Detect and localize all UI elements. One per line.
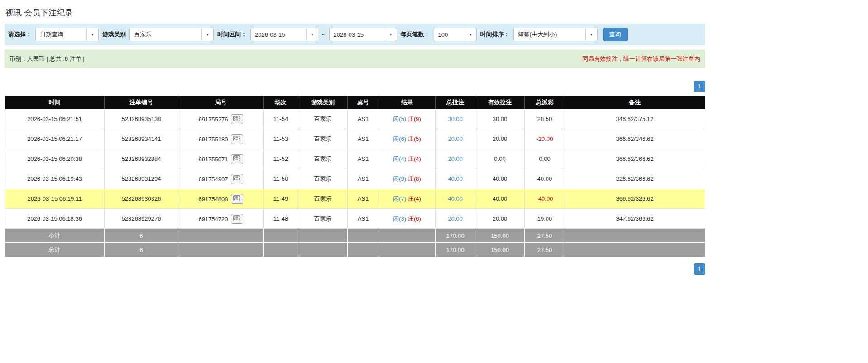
table-no-cell: AS1 xyxy=(348,109,379,129)
bet-id-cell: 523268930326 xyxy=(105,189,178,209)
game-type-cell: 百家乐 xyxy=(298,209,348,229)
total-bet-link[interactable]: 20.00 xyxy=(448,215,463,222)
column-header-session: 场次 xyxy=(264,96,298,109)
date-from-select[interactable]: 2026-03-15 ▼ xyxy=(250,28,318,41)
video-icon-button[interactable] xyxy=(231,114,243,124)
query-type-select[interactable]: 日期查询 ▼ xyxy=(35,28,99,41)
round-cell: 691755071 xyxy=(178,149,264,169)
time-range-label: 时间区间： xyxy=(217,30,247,39)
round-number: 691754907 xyxy=(198,175,228,182)
player-result: 闲(7) xyxy=(393,195,406,202)
page-title: 视讯 会员下注纪录 xyxy=(5,0,705,24)
banker-result: 庄(5) xyxy=(408,136,421,142)
total-bet-link[interactable]: 20.00 xyxy=(448,136,463,142)
payout-cell: -20.00 xyxy=(525,129,565,149)
column-header-note: 备注 xyxy=(565,96,705,109)
total-bet-cell: 40.00 xyxy=(436,189,475,209)
total-bet-cell: 20.00 xyxy=(436,149,475,169)
total-count: 6 xyxy=(105,243,178,257)
total-bet-link[interactable]: 40.00 xyxy=(448,175,463,182)
video-icon-button[interactable] xyxy=(231,154,243,164)
payout-cell: 40.00 xyxy=(525,169,565,189)
payout-cell: 19.00 xyxy=(525,209,565,229)
total-bet-link[interactable]: 20.00 xyxy=(448,155,463,162)
chevron-down-icon[interactable]: ▼ xyxy=(585,28,597,41)
round-cell: 691755276 xyxy=(178,109,264,129)
sort-order-label: 时间排序： xyxy=(480,30,510,39)
round-number: 691754808 xyxy=(198,195,228,202)
valid-bet-cell: 30.00 xyxy=(475,109,525,129)
round-cell: 691755180 xyxy=(178,129,264,149)
page-size-label: 每页笔数： xyxy=(401,30,430,39)
empty-cell xyxy=(178,243,264,257)
film-icon xyxy=(233,136,240,143)
time-cell: 2026-03-15 06:19:11 xyxy=(5,189,105,209)
chevron-down-icon[interactable]: ▼ xyxy=(86,28,98,41)
sort-order-select[interactable]: 降冪(由大到小) ▼ xyxy=(513,28,598,41)
empty-cell xyxy=(565,243,705,257)
page-button[interactable]: 1 xyxy=(694,81,705,92)
session-cell: 11-49 xyxy=(264,189,298,209)
video-icon-button[interactable] xyxy=(231,134,243,144)
bet-id-cell: 523268935138 xyxy=(105,109,178,129)
round-number: 691755071 xyxy=(198,155,228,162)
search-button[interactable]: 查询 xyxy=(603,28,628,41)
total-bet-link[interactable]: 40.00 xyxy=(448,195,463,202)
table-summary: 小计 6 170.00 150.00 27.50 总计 6 1 xyxy=(5,229,705,257)
total-total-bet: 170.00 xyxy=(436,243,475,257)
table-row: 2026-03-15 06:20:38 523268932884 6917550… xyxy=(5,149,705,169)
pagination-bottom: 1 xyxy=(5,263,705,275)
chevron-down-icon[interactable]: ▼ xyxy=(306,28,318,41)
chevron-down-icon[interactable]: ▼ xyxy=(465,28,476,41)
empty-cell xyxy=(298,229,348,243)
total-bet-cell: 20.00 xyxy=(436,129,475,149)
currency-summary-text: 币别：人民币 | 总共 :6 注单 | xyxy=(10,55,85,63)
date-to-value: 2026-03-15 xyxy=(330,28,385,41)
film-icon xyxy=(233,155,240,163)
table-body: 2026-03-15 06:21:51 523268935138 6917552… xyxy=(5,109,705,229)
note-cell: 366.62/326.62 xyxy=(565,189,705,209)
note-cell: 366.62/346.62 xyxy=(565,129,705,149)
total-bet-link[interactable]: 30.00 xyxy=(448,116,463,122)
column-header-time: 时间 xyxy=(5,96,105,109)
bet-id-cell: 523268931294 xyxy=(105,169,178,189)
date-from-value: 2026-03-15 xyxy=(251,28,306,41)
date-to-select[interactable]: 2026-03-15 ▼ xyxy=(329,28,397,41)
payout-cell: -40.00 xyxy=(525,189,565,209)
valid-bet-cell: 20.00 xyxy=(475,209,525,229)
table-row: 2026-03-15 06:21:51 523268935138 6917552… xyxy=(5,109,705,129)
page-size-select[interactable]: 100 ▼ xyxy=(434,28,477,41)
page-size-value: 100 xyxy=(434,28,465,41)
banker-result: 庄(8) xyxy=(408,175,421,182)
time-cell: 2026-03-15 06:21:51 xyxy=(5,109,105,129)
time-cell: 2026-03-15 06:21:17 xyxy=(5,129,105,149)
empty-cell xyxy=(298,243,348,257)
total-payout: 27.50 xyxy=(525,243,565,257)
film-icon xyxy=(233,215,240,223)
column-header-table-no: 桌号 xyxy=(348,96,379,109)
result-cell: 闲(5)庄(9) xyxy=(379,109,436,129)
game-type-select[interactable]: 百家乐 ▼ xyxy=(129,28,214,41)
column-header-payout: 总派彩 xyxy=(525,96,565,109)
page-button[interactable]: 1 xyxy=(694,263,705,275)
session-cell: 11-52 xyxy=(264,149,298,169)
query-type-label: 请选择： xyxy=(8,30,32,39)
notice-text: 同局有效投注，统一计算在该局第一张注单内 xyxy=(582,55,700,63)
player-result: 闲(9) xyxy=(393,175,406,182)
empty-cell xyxy=(178,229,264,243)
total-bet-cell: 30.00 xyxy=(436,109,475,129)
video-icon-button[interactable] xyxy=(231,174,243,184)
video-icon-button[interactable] xyxy=(231,194,243,204)
game-type-cell: 百家乐 xyxy=(298,169,348,189)
chevron-down-icon[interactable]: ▼ xyxy=(201,28,213,41)
chevron-down-icon[interactable]: ▼ xyxy=(385,28,397,41)
bet-id-cell: 523268929276 xyxy=(105,209,178,229)
game-type-value: 百家乐 xyxy=(130,28,201,41)
empty-cell xyxy=(379,229,436,243)
result-cell: 闲(3)庄(6) xyxy=(379,209,436,229)
page-content: 视讯 会员下注纪录 请选择： 日期查询 ▼ 游戏类别 百家乐 ▼ 时间区间： 2… xyxy=(5,0,705,275)
video-icon-button[interactable] xyxy=(231,214,243,224)
round-number: 691754720 xyxy=(198,215,228,222)
table-row: 2026-03-15 06:19:11 523268930326 6917548… xyxy=(5,189,705,209)
filter-bar: 请选择： 日期查询 ▼ 游戏类别 百家乐 ▼ 时间区间： 2026-03-15 … xyxy=(5,24,705,45)
